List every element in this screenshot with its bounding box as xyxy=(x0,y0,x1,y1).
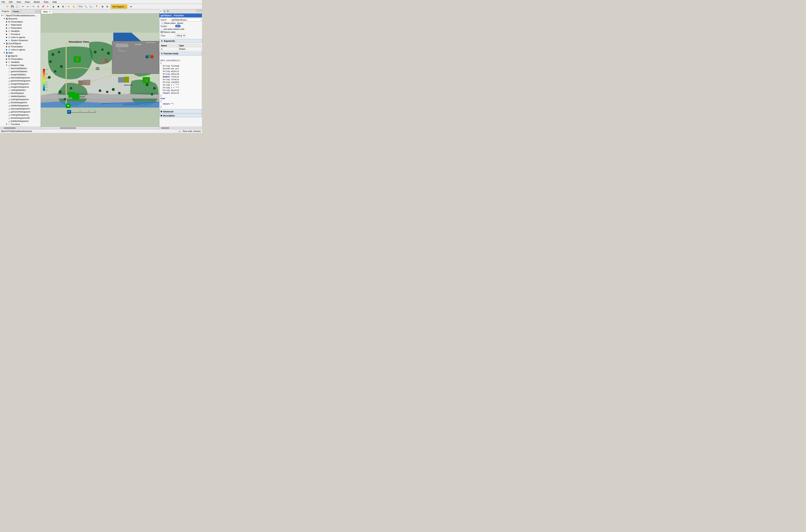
tab-close[interactable]: ✕ xyxy=(49,11,51,13)
get-support-button[interactable]: Get Support... xyxy=(111,4,127,9)
pointer-button[interactable]: ↖ xyxy=(67,4,71,9)
type-select[interactable]: String xyxy=(175,34,186,37)
tree-hunger-hist2[interactable]: 📊 hungerHistogramm xyxy=(0,86,41,89)
tree-hunger-hist[interactable]: 📊 hungerHistogramm xyxy=(0,82,41,86)
eolinks-arrow[interactable]: ▶ xyxy=(5,49,8,51)
toolbar-extra[interactable]: ⇌ xyxy=(129,4,133,9)
tree-root[interactable]: ▼ 📁 BackToTheWoodsNewGeome... xyxy=(0,14,41,17)
tree-toilette-hist[interactable]: 📊 toiletteHistogramm xyxy=(0,104,41,107)
tree-hscroll[interactable] xyxy=(0,127,41,129)
sysdyn-arrow[interactable]: ▶ xyxy=(5,39,8,41)
tree-resting-hist2[interactable]: 📊 restingHistogramm xyxy=(0,113,41,116)
palette-tab[interactable]: Palette xyxy=(11,9,21,13)
main-tab[interactable]: Main ✕ xyxy=(41,10,53,14)
tree-eo-presentation[interactable]: ▶ 🎨 Presentation xyxy=(0,45,41,48)
tree-eventobjects[interactable]: ▼ 👤 EventObjects xyxy=(0,42,41,45)
save-button[interactable]: 💾 xyxy=(10,4,14,9)
tree-analysis-data[interactable]: ▼ 📊 Analysis Data xyxy=(0,64,41,67)
main-arrow[interactable]: ▼ xyxy=(3,52,5,54)
zoom-out-button[interactable]: 🔍 xyxy=(84,4,88,9)
tree-dancing-stats[interactable]: 📈 dancingStatistics xyxy=(0,67,41,70)
page-icon[interactable]: 📄 xyxy=(174,130,177,132)
menu-draw[interactable]: Draw xyxy=(24,1,31,3)
tree-besucher-presentation[interactable]: ▶ 🎨 Presentation xyxy=(0,20,41,23)
just-action-radio[interactable] xyxy=(161,28,163,30)
location-button[interactable]: 📍 xyxy=(94,4,99,9)
tree-main-variables[interactable]: ▶ ⊞ Variables xyxy=(0,60,41,64)
tree-besucher-parameters[interactable]: ▶ ⊞ Parameters xyxy=(0,26,41,30)
tree-besucher-functions[interactable]: ▶ ƒ Functions xyxy=(0,33,41,36)
bfuncs-arrow[interactable]: ▶ xyxy=(5,33,8,35)
arguments-section-header[interactable]: ▼ Arguments xyxy=(160,39,202,43)
tree-gohome-hist2[interactable]: 📊 goHomeHistogramm xyxy=(0,110,41,113)
grid-button[interactable]: ⊞ xyxy=(100,4,105,9)
mpres-arrow[interactable]: ▶ xyxy=(5,58,8,60)
undo-button[interactable]: ↩ xyxy=(21,4,25,9)
tree-thirst-hist2d[interactable]: 📊 thirstHistogramm2D xyxy=(0,116,41,119)
params-arrow[interactable]: ▶ xyxy=(5,27,8,29)
mvars-arrow[interactable]: ▶ xyxy=(5,61,8,63)
eo-arrow[interactable]: ▼ xyxy=(3,42,5,45)
open-button[interactable]: 📂 xyxy=(5,4,10,9)
paste-button[interactable]: 📌 xyxy=(41,4,45,9)
tree-main[interactable]: ▼ 👤 Main xyxy=(0,51,41,54)
zoom-in-button[interactable]: 🔍 xyxy=(88,4,93,9)
minimize-panel-btn[interactable]: — xyxy=(35,10,37,13)
code-editor[interactable]: if(o.isVisible()) { String filenam Syste… xyxy=(160,56,202,109)
tree-thirst-stats[interactable]: 📈 thirstStatistics xyxy=(0,92,41,95)
vars-arrow[interactable]: ▶ xyxy=(5,30,8,32)
right-tab-d[interactable]: D xyxy=(166,9,170,13)
advanced-section-header[interactable]: ▶ Advanced xyxy=(160,110,202,113)
toolbar-btn-4[interactable]: 📋 xyxy=(15,4,19,9)
tree-gohome-hist[interactable]: 📊 goHomeHistogramm xyxy=(0,79,41,82)
redo-button[interactable]: ↪ xyxy=(25,4,30,9)
copy-button[interactable]: ⎘ xyxy=(36,4,40,9)
tree-toilette-hist2[interactable]: 📊 toiletteHistogramm xyxy=(0,119,41,122)
menu-tools[interactable]: Tools xyxy=(43,1,49,3)
maximize-panel-btn[interactable]: □ xyxy=(38,10,41,13)
tree-besucher-variables[interactable]: ▶ ⊞ Variables xyxy=(0,30,41,33)
right-tab-v[interactable]: V xyxy=(163,9,166,13)
tree-resting-hist[interactable]: 📊 restingHistogramm xyxy=(0,98,41,101)
chart-icon[interactable]: 📊 xyxy=(178,130,181,132)
zoom-level[interactable]: 75% xyxy=(77,5,83,8)
show-name-checkbox[interactable] xyxy=(161,22,164,24)
tree-functions[interactable]: ▼ ƒ Functions xyxy=(0,122,41,126)
sc-arrow[interactable]: ▶ xyxy=(5,24,8,26)
tree-resting-stats[interactable]: 📈 restingStatistics xyxy=(0,89,41,92)
stop-button[interactable]: ■ xyxy=(56,4,60,9)
blinks-arrow[interactable]: ▶ xyxy=(5,36,8,38)
visible-toggle[interactable]: yes xyxy=(175,25,181,27)
sim-hscroll[interactable] xyxy=(41,127,159,129)
name-input[interactable] xyxy=(171,18,201,21)
tree-dancing-hist2[interactable]: 📊 dancingHistogramm xyxy=(0,107,41,110)
right-maximize-btn[interactable]: □ xyxy=(199,9,202,12)
menu-file[interactable]: File xyxy=(1,1,6,3)
delete-button[interactable]: ✕ xyxy=(45,4,50,9)
besucher-arrow[interactable]: ▼ xyxy=(3,17,5,20)
tree-hunger-stats[interactable]: 📈 hungerStatistics xyxy=(0,73,41,76)
tree-eo-links[interactable]: ▶ 🔗 Links to agents xyxy=(0,48,41,51)
ad-arrow[interactable]: ▼ xyxy=(5,64,8,66)
right-minimize-btn[interactable]: — xyxy=(196,9,199,12)
layers-button[interactable]: ⧉ xyxy=(105,4,109,9)
settings-button[interactable]: ⚙ xyxy=(61,4,65,9)
tree-besucher-sysdyn[interactable]: ▶ ⊛ System Dynamics xyxy=(0,39,41,42)
projects-tab[interactable]: Projects xyxy=(0,9,11,13)
cut-button[interactable]: ✂ xyxy=(32,4,36,9)
run-button[interactable]: ▶ xyxy=(52,4,56,9)
tree-gohome-stats[interactable]: 📈 goHomeStatistics xyxy=(0,70,41,73)
eopres-arrow[interactable]: ▶ xyxy=(5,45,8,48)
hand-button[interactable]: ✋ xyxy=(71,4,76,9)
menu-view[interactable]: View xyxy=(16,1,22,3)
tree-besucher[interactable]: ▼ 👤 Besucher xyxy=(0,17,41,20)
menu-edit[interactable]: Edit xyxy=(8,1,13,3)
tree-besucher-statecharts[interactable]: ▶ ⊡ Statecharts xyxy=(0,23,41,26)
funcs-arrow[interactable]: ▼ xyxy=(5,123,8,125)
agents-arrow[interactable]: ▶ xyxy=(5,55,8,57)
menu-model[interactable]: Model xyxy=(33,1,40,3)
tree-dancing-hist[interactable]: 📊 dancingHistogramm xyxy=(0,76,41,79)
function-body-header[interactable]: ▼ Function body xyxy=(160,52,202,55)
menu-help[interactable]: Help xyxy=(52,1,58,3)
tree-main-presentation[interactable]: ▶ 🎨 Presentation xyxy=(0,57,41,60)
